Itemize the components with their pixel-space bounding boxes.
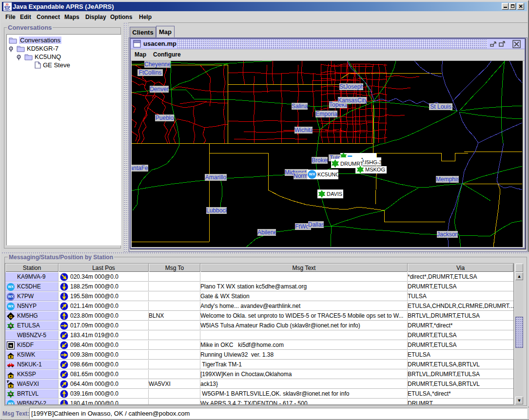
svg-text:N: N [10,392,12,396]
svg-text:N: N [10,324,12,327]
svg-text:π: π [9,344,12,348]
svg-text:G: G [9,314,12,319]
